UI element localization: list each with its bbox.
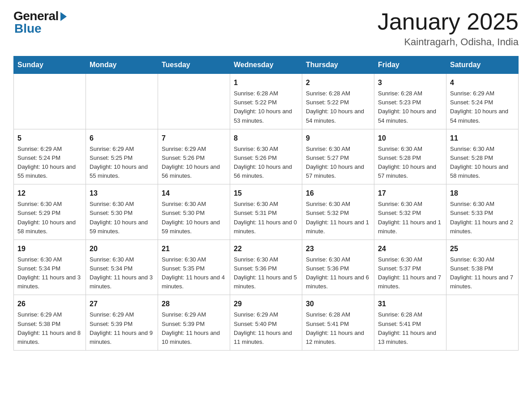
- day-info: Sunrise: 6:29 AMSunset: 5:40 PMDaylight:…: [234, 310, 298, 347]
- calendar-cell: 24Sunrise: 6:30 AMSunset: 5:37 PMDayligh…: [374, 240, 446, 295]
- day-info: Sunrise: 6:30 AMSunset: 5:38 PMDaylight:…: [450, 255, 515, 291]
- calendar-cell: 9Sunrise: 6:30 AMSunset: 5:27 PMDaylight…: [302, 129, 374, 184]
- day-number: 29: [234, 299, 298, 309]
- day-number: 8: [234, 133, 298, 144]
- day-number: 21: [162, 244, 226, 254]
- calendar-cell: 25Sunrise: 6:30 AMSunset: 5:38 PMDayligh…: [446, 240, 519, 295]
- calendar-cell: 13Sunrise: 6:30 AMSunset: 5:30 PMDayligh…: [86, 184, 158, 240]
- calendar-cell: 26Sunrise: 6:29 AMSunset: 5:38 PMDayligh…: [14, 295, 86, 351]
- calendar-cell: 4Sunrise: 6:29 AMSunset: 5:24 PMDaylight…: [446, 74, 519, 129]
- day-number: 10: [378, 133, 442, 144]
- day-info: Sunrise: 6:30 AMSunset: 5:26 PMDaylight:…: [234, 145, 298, 181]
- calendar-cell: 15Sunrise: 6:30 AMSunset: 5:31 PMDayligh…: [230, 184, 302, 240]
- calendar-cell: 7Sunrise: 6:29 AMSunset: 5:26 PMDaylight…: [158, 129, 230, 184]
- calendar-cell: 16Sunrise: 6:30 AMSunset: 5:32 PMDayligh…: [302, 184, 374, 240]
- calendar-week-row: 26Sunrise: 6:29 AMSunset: 5:38 PMDayligh…: [14, 295, 519, 351]
- calendar-cell: 8Sunrise: 6:30 AMSunset: 5:26 PMDaylight…: [230, 129, 302, 184]
- calendar-cell: 12Sunrise: 6:30 AMSunset: 5:29 PMDayligh…: [14, 184, 86, 240]
- day-info: Sunrise: 6:29 AMSunset: 5:39 PMDaylight:…: [90, 310, 154, 347]
- location-subtitle: Kaintragarh, Odisha, India: [378, 36, 519, 48]
- day-info: Sunrise: 6:29 AMSunset: 5:25 PMDaylight:…: [90, 145, 154, 181]
- day-info: Sunrise: 6:30 AMSunset: 5:36 PMDaylight:…: [306, 255, 370, 291]
- calendar-cell: 18Sunrise: 6:30 AMSunset: 5:33 PMDayligh…: [446, 184, 519, 240]
- day-info: Sunrise: 6:30 AMSunset: 5:29 PMDaylight:…: [17, 200, 82, 236]
- calendar-week-row: 12Sunrise: 6:30 AMSunset: 5:29 PMDayligh…: [14, 184, 519, 240]
- calendar-cell: 23Sunrise: 6:30 AMSunset: 5:36 PMDayligh…: [302, 240, 374, 295]
- calendar-cell: 11Sunrise: 6:30 AMSunset: 5:28 PMDayligh…: [446, 129, 519, 184]
- day-info: Sunrise: 6:30 AMSunset: 5:33 PMDaylight:…: [450, 200, 515, 236]
- day-number: 22: [234, 244, 298, 254]
- day-info: Sunrise: 6:28 AMSunset: 5:22 PMDaylight:…: [306, 89, 370, 125]
- day-number: 1: [234, 77, 298, 88]
- day-info: Sunrise: 6:30 AMSunset: 5:35 PMDaylight:…: [162, 255, 226, 291]
- calendar-cell: 2Sunrise: 6:28 AMSunset: 5:22 PMDaylight…: [302, 74, 374, 129]
- calendar-cell: 14Sunrise: 6:30 AMSunset: 5:30 PMDayligh…: [158, 184, 230, 240]
- day-info: Sunrise: 6:29 AMSunset: 5:24 PMDaylight:…: [450, 89, 515, 125]
- day-of-week-header: Wednesday: [230, 56, 302, 74]
- logo-blue-text: Blue: [14, 21, 42, 36]
- day-info: Sunrise: 6:29 AMSunset: 5:24 PMDaylight:…: [17, 145, 82, 181]
- calendar-cell: 22Sunrise: 6:30 AMSunset: 5:36 PMDayligh…: [230, 240, 302, 295]
- logo-arrow-icon: [60, 12, 67, 21]
- day-of-week-header: Monday: [86, 56, 158, 74]
- day-number: 17: [378, 188, 442, 199]
- day-number: 19: [17, 244, 82, 254]
- calendar-cell: 29Sunrise: 6:29 AMSunset: 5:40 PMDayligh…: [230, 295, 302, 351]
- day-number: 24: [378, 244, 442, 254]
- calendar-cell: [158, 74, 230, 129]
- logo: General Blue: [13, 9, 67, 36]
- day-number: 15: [234, 188, 298, 199]
- day-of-week-header: Tuesday: [158, 56, 230, 74]
- calendar-cell: 27Sunrise: 6:29 AMSunset: 5:39 PMDayligh…: [86, 295, 158, 351]
- day-number: 12: [17, 188, 82, 199]
- day-info: Sunrise: 6:30 AMSunset: 5:30 PMDaylight:…: [90, 200, 154, 236]
- calendar-week-row: 5Sunrise: 6:29 AMSunset: 5:24 PMDaylight…: [14, 129, 519, 184]
- calendar-cell: 20Sunrise: 6:30 AMSunset: 5:34 PMDayligh…: [86, 240, 158, 295]
- day-info: Sunrise: 6:29 AMSunset: 5:39 PMDaylight:…: [162, 310, 226, 347]
- day-number: 20: [90, 244, 154, 254]
- day-info: Sunrise: 6:29 AMSunset: 5:26 PMDaylight:…: [162, 145, 226, 181]
- day-info: Sunrise: 6:30 AMSunset: 5:27 PMDaylight:…: [306, 145, 370, 181]
- day-info: Sunrise: 6:29 AMSunset: 5:38 PMDaylight:…: [17, 310, 82, 347]
- day-number: 31: [378, 299, 442, 309]
- day-number: 5: [17, 133, 82, 144]
- day-info: Sunrise: 6:28 AMSunset: 5:41 PMDaylight:…: [378, 310, 442, 347]
- calendar-cell: 17Sunrise: 6:30 AMSunset: 5:32 PMDayligh…: [374, 184, 446, 240]
- calendar-cell: [86, 74, 158, 129]
- page-header: General Blue January 2025 Kaintragarh, O…: [13, 9, 519, 48]
- calendar-cell: 6Sunrise: 6:29 AMSunset: 5:25 PMDaylight…: [86, 129, 158, 184]
- month-title: January 2025: [378, 9, 519, 34]
- day-info: Sunrise: 6:28 AMSunset: 5:22 PMDaylight:…: [234, 89, 298, 125]
- calendar-table: SundayMondayTuesdayWednesdayThursdayFrid…: [13, 56, 519, 351]
- calendar-cell: 3Sunrise: 6:28 AMSunset: 5:23 PMDaylight…: [374, 74, 446, 129]
- day-info: Sunrise: 6:28 AMSunset: 5:41 PMDaylight:…: [306, 310, 370, 347]
- day-of-week-header: Sunday: [14, 56, 86, 74]
- day-number: 6: [90, 133, 154, 144]
- day-number: 3: [378, 77, 442, 88]
- title-area: January 2025 Kaintragarh, Odisha, India: [378, 9, 519, 48]
- day-info: Sunrise: 6:30 AMSunset: 5:32 PMDaylight:…: [378, 200, 442, 236]
- day-number: 9: [306, 133, 370, 144]
- calendar-cell: 31Sunrise: 6:28 AMSunset: 5:41 PMDayligh…: [374, 295, 446, 351]
- calendar-header-row: SundayMondayTuesdayWednesdayThursdayFrid…: [14, 56, 519, 74]
- calendar-cell: 19Sunrise: 6:30 AMSunset: 5:34 PMDayligh…: [14, 240, 86, 295]
- day-info: Sunrise: 6:30 AMSunset: 5:32 PMDaylight:…: [306, 200, 370, 236]
- calendar-cell: 30Sunrise: 6:28 AMSunset: 5:41 PMDayligh…: [302, 295, 374, 351]
- day-number: 14: [162, 188, 226, 199]
- calendar-cell: [446, 295, 519, 351]
- day-number: 13: [90, 188, 154, 199]
- calendar-cell: 5Sunrise: 6:29 AMSunset: 5:24 PMDaylight…: [14, 129, 86, 184]
- day-number: 16: [306, 188, 370, 199]
- calendar-cell: 21Sunrise: 6:30 AMSunset: 5:35 PMDayligh…: [158, 240, 230, 295]
- day-number: 18: [450, 188, 515, 199]
- calendar-cell: 28Sunrise: 6:29 AMSunset: 5:39 PMDayligh…: [158, 295, 230, 351]
- day-number: 23: [306, 244, 370, 254]
- day-info: Sunrise: 6:30 AMSunset: 5:36 PMDaylight:…: [234, 255, 298, 291]
- day-info: Sunrise: 6:30 AMSunset: 5:34 PMDaylight:…: [90, 255, 154, 291]
- day-info: Sunrise: 6:30 AMSunset: 5:37 PMDaylight:…: [378, 255, 442, 291]
- day-of-week-header: Friday: [374, 56, 446, 74]
- day-info: Sunrise: 6:30 AMSunset: 5:31 PMDaylight:…: [234, 200, 298, 236]
- day-number: 2: [306, 77, 370, 88]
- day-info: Sunrise: 6:30 AMSunset: 5:34 PMDaylight:…: [17, 255, 82, 291]
- calendar-cell: [14, 74, 86, 129]
